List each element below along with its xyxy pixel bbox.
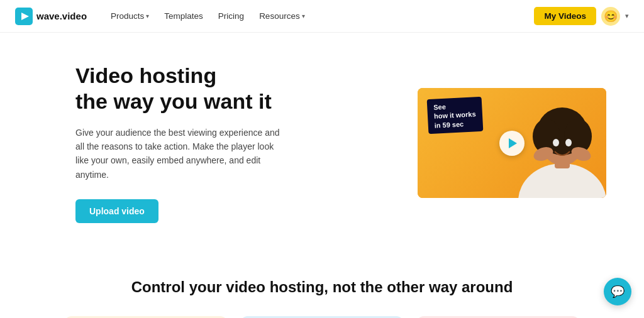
nav-right: My Videos 😊 ▾ [534, 7, 629, 26]
avatar[interactable]: 😊 [601, 7, 620, 26]
nav-templates[interactable]: Templates [158, 8, 209, 25]
chat-button[interactable]: 💬 [604, 278, 631, 305]
hero-video-thumbnail[interactable]: See how it works in 59 sec [418, 88, 606, 198]
my-videos-button[interactable]: My Videos [534, 7, 596, 25]
hero-section: Video hosting the way you want it Give y… [0, 33, 644, 248]
navbar: wave.video Products ▾ Templates Pricing … [0, 0, 644, 33]
chat-icon: 💬 [611, 285, 625, 299]
avatar-chevron-icon[interactable]: ▾ [625, 12, 629, 20]
features-section: Control your video hosting, not the othe… [0, 248, 644, 318]
nav-products[interactable]: Products ▾ [104, 8, 155, 25]
nav-links: Products ▾ Templates Pricing Resources ▾ [104, 8, 534, 25]
chevron-down-icon: ▾ [302, 13, 305, 19]
hero-description: Give your audience the best viewing expe… [75, 126, 289, 182]
nav-resources[interactable]: Resources ▾ [253, 8, 311, 25]
chevron-down-icon: ▾ [146, 13, 149, 19]
upload-video-button[interactable]: Upload video [75, 199, 158, 223]
svg-point-8 [553, 139, 559, 146]
logo-text: wave.video [36, 11, 87, 21]
svg-point-9 [565, 139, 572, 146]
features-title: Control your video hosting, not the othe… [25, 278, 619, 296]
hero-title: Video hosting the way you want it [75, 63, 392, 114]
hero-text: Video hosting the way you want it Give y… [75, 63, 392, 223]
logo-icon [15, 8, 33, 25]
svg-point-2 [518, 163, 606, 198]
play-icon [509, 138, 517, 148]
video-badge: See how it works in 59 sec [427, 97, 483, 134]
logo[interactable]: wave.video [15, 8, 87, 25]
play-button[interactable] [499, 131, 525, 156]
nav-pricing[interactable]: Pricing [212, 8, 250, 25]
